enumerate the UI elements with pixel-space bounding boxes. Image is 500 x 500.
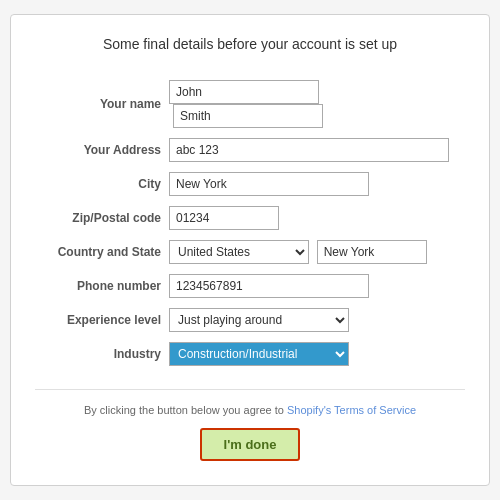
country-state-input-cell: United States Canada United Kingdom (165, 235, 465, 269)
phone-input[interactable] (169, 274, 369, 298)
name-row: Your name (35, 75, 465, 133)
city-label: City (35, 167, 165, 201)
phone-row: Phone number (35, 269, 465, 303)
industry-input-cell: Construction/Industrial Retail Technolog… (165, 337, 465, 371)
name-inputs (165, 75, 465, 133)
address-label: Your Address (35, 133, 165, 167)
terms-link[interactable]: Shopify's Terms of Service (287, 404, 416, 416)
zip-input[interactable] (169, 206, 279, 230)
zip-label: Zip/Postal code (35, 201, 165, 235)
experience-input-cell: Just playing around Beginner Intermediat… (165, 303, 465, 337)
city-input[interactable] (169, 172, 369, 196)
state-input[interactable] (317, 240, 427, 264)
footer-section: By clicking the button below you agree t… (35, 404, 465, 461)
form-table: Your name Your Address City Zip/Postal c… (35, 75, 465, 371)
address-input[interactable] (169, 138, 449, 162)
name-label: Your name (35, 75, 165, 133)
country-state-label: Country and State (35, 235, 165, 269)
experience-select[interactable]: Just playing around Beginner Intermediat… (169, 308, 349, 332)
industry-label: Industry (35, 337, 165, 371)
last-name-input[interactable] (173, 104, 323, 128)
page-title: Some final details before your account i… (35, 35, 465, 55)
industry-select[interactable]: Construction/Industrial Retail Technolog… (169, 342, 349, 366)
terms-text: By clicking the button below you agree t… (35, 404, 465, 416)
divider (35, 389, 465, 390)
city-row: City (35, 167, 465, 201)
country-select[interactable]: United States Canada United Kingdom (169, 240, 309, 264)
experience-row: Experience level Just playing around Beg… (35, 303, 465, 337)
terms-prefix: By clicking the button below you agree t… (84, 404, 287, 416)
experience-label: Experience level (35, 303, 165, 337)
phone-label: Phone number (35, 269, 165, 303)
phone-input-cell (165, 269, 465, 303)
main-card: Some final details before your account i… (10, 14, 490, 486)
address-row: Your Address (35, 133, 465, 167)
first-name-input[interactable] (169, 80, 319, 104)
country-state-row: Country and State United States Canada U… (35, 235, 465, 269)
done-button[interactable]: I'm done (200, 428, 301, 461)
zip-row: Zip/Postal code (35, 201, 465, 235)
city-input-cell (165, 167, 465, 201)
zip-input-cell (165, 201, 465, 235)
industry-row: Industry Construction/Industrial Retail … (35, 337, 465, 371)
address-input-cell (165, 133, 465, 167)
